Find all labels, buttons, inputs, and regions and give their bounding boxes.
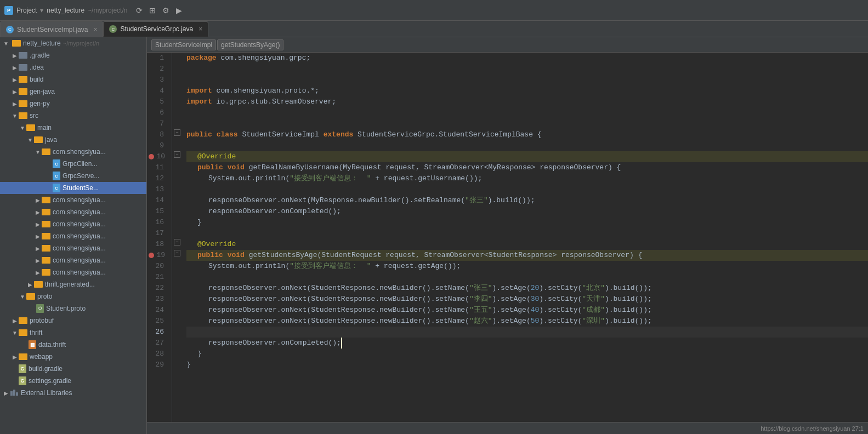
tab-close-1[interactable]: × <box>93 26 97 33</box>
layout-button[interactable]: ⊞ <box>147 5 158 16</box>
tab-student-service-impl[interactable]: C StudentServiceImpl.java × <box>0 21 103 37</box>
breadcrumb-class[interactable]: StudentServiceImpl <box>151 39 216 50</box>
sidebar-item-student-service-impl[interactable]: C StudentSe... <box>0 182 146 194</box>
settings-button[interactable]: ⚙ <box>160 5 171 16</box>
sidebar-item-student-proto[interactable]: ⬡ Student.proto <box>0 302 146 315</box>
code-line-14: responseObserver.onNext(MyResponse.newBu… <box>186 195 868 206</box>
com-shengsiyuan-folder-icon <box>42 149 50 155</box>
com-shengsiyuan-label: com.shengsiyua... <box>53 148 106 156</box>
build-gradle-icon: G <box>19 364 26 373</box>
sidebar-item-com2[interactable]: ▶ com.shengsiyua... <box>0 194 146 206</box>
protobuf-label: protobuf <box>30 317 54 324</box>
sidebar-item-gradle[interactable]: ▶ .gradle <box>0 49 146 61</box>
gradle-label: .gradle <box>30 52 50 59</box>
ext-lib-arrow: ▶ <box>2 389 10 397</box>
sidebar-item-protobuf[interactable]: ▶ protobuf <box>0 315 146 327</box>
ln-23: 23 <box>147 294 167 305</box>
sidebar-root[interactable]: ▼ netty_lecture ~/myproject/n <box>0 37 146 49</box>
project-label[interactable]: Project <box>16 7 37 14</box>
root-path: ~/myproject/n <box>63 40 99 47</box>
project-section: P Project ▾ netty_lecture ~/myproject/n <box>4 6 127 15</box>
code-line-8: public class StudentServiceImpl extends … <box>186 129 868 140</box>
run-button[interactable]: ▶ <box>173 5 184 16</box>
com8-folder-icon <box>42 269 50 276</box>
sidebar-item-java[interactable]: ▼ java <box>0 134 146 146</box>
main-arrow: ▼ <box>19 124 26 132</box>
sidebar-item-com7[interactable]: ▶ com.shengsiyua... <box>0 254 146 266</box>
ext-lib-icon <box>10 390 19 396</box>
ln-24: 24 <box>147 305 167 316</box>
sidebar-item-grpc-server[interactable]: C GrpcServe... <box>0 170 146 182</box>
sidebar-item-build-gradle[interactable]: G build.gradle <box>0 363 146 375</box>
tab-close-2[interactable]: × <box>198 25 202 33</box>
fold-19[interactable]: − <box>174 250 180 256</box>
sidebar-item-gen-py[interactable]: ▶ gen-py <box>0 98 146 110</box>
grpc-server-label: GrpcServe... <box>63 172 99 180</box>
sidebar-item-com6[interactable]: ▶ com.shengsiyua... <box>0 242 146 254</box>
root-folder-icon <box>12 40 21 47</box>
ln-1: 1 <box>147 53 167 64</box>
thrift-arrow: ▼ <box>11 329 19 336</box>
data-thrift-icon: ▦ <box>29 340 36 349</box>
code-line-26 <box>186 327 868 338</box>
sidebar[interactable]: ▼ netty_lecture ~/myproject/n ▶ .gradle … <box>0 37 147 434</box>
tab-student-service-grpc[interactable]: C StudentServiceGrpc.java × <box>103 21 208 37</box>
sidebar-item-build[interactable]: ▶ build <box>0 73 146 85</box>
sidebar-item-thrift-generated[interactable]: ▶ thrift.generated... <box>0 278 146 290</box>
toolbar-actions: ⟳ ⊞ ⚙ ▶ <box>134 5 184 16</box>
sidebar-item-src[interactable]: ▼ src <box>0 110 146 122</box>
grpc-server-icon: C <box>53 172 60 180</box>
gen-py-folder-icon <box>19 100 27 107</box>
sidebar-item-com8[interactable]: ▶ com.shengsiyua... <box>0 266 146 278</box>
gen-py-arrow: ▶ <box>11 100 19 107</box>
idea-label: .idea <box>30 64 44 71</box>
code-content-area[interactable]: 1 2 3 4 5 6 7 8 9 10 11 12 13 14 15 16 1… <box>147 53 868 422</box>
breadcrumb-method[interactable]: getStudentsByAge() <box>217 39 283 50</box>
sidebar-item-settings-gradle[interactable]: G settings.gradle <box>0 375 146 387</box>
ln-25: 25 <box>147 316 167 327</box>
code-line-19: public void getStudentsByAge(StudentRequ… <box>186 250 868 261</box>
fold-8[interactable]: − <box>174 129 180 136</box>
ln-13: 13 <box>147 184 167 195</box>
com-shengsiyuan-arrow: ▼ <box>34 148 42 156</box>
ln-20: 20 <box>147 261 167 272</box>
sidebar-item-gen-java[interactable]: ▶ gen-java <box>0 85 146 98</box>
fold-18[interactable]: − <box>174 239 180 245</box>
ln-27: 27 <box>147 338 167 349</box>
fold-10[interactable]: − <box>174 151 180 158</box>
sidebar-item-com5[interactable]: ▶ com.shengsiyua... <box>0 230 146 242</box>
com7-label: com.shengsiyua... <box>53 256 106 264</box>
code-line-25: responseObserver.onNext(StudentResponse.… <box>186 316 868 327</box>
sidebar-item-thrift[interactable]: ▼ thrift <box>0 327 146 339</box>
code-line-21 <box>186 272 868 283</box>
gradle-folder-icon <box>19 52 27 59</box>
grpc-server-arrow <box>45 172 53 180</box>
code-line-4: import com.shengsiyuan.proto.*; <box>186 85 868 96</box>
com8-arrow: ▶ <box>34 269 42 276</box>
sidebar-item-proto[interactable]: ▼ proto <box>0 290 146 302</box>
src-arrow: ▼ <box>11 112 19 119</box>
code-line-29: } <box>186 359 868 370</box>
ln-14: 14 <box>147 195 167 206</box>
idea-arrow: ▶ <box>11 64 19 71</box>
ln-19: 19 <box>147 250 167 261</box>
sidebar-item-com4[interactable]: ▶ com.shengsiyua... <box>0 218 146 230</box>
sidebar-item-com-shengsiyuan-main[interactable]: ▼ com.shengsiyua... <box>0 146 146 158</box>
gen-py-label: gen-py <box>30 100 50 107</box>
code-line-24: responseObserver.onNext(StudentResponse.… <box>186 305 868 316</box>
sync-button[interactable]: ⟳ <box>134 5 145 16</box>
sidebar-item-external-libraries[interactable]: ▶ External Libraries <box>0 387 146 399</box>
code-line-18: @Override <box>186 239 868 250</box>
sidebar-item-com3[interactable]: ▶ com.shengsiyua... <box>0 206 146 218</box>
sidebar-item-main[interactable]: ▼ main <box>0 122 146 134</box>
sidebar-item-idea[interactable]: ▶ .idea <box>0 61 146 73</box>
proto-arrow: ▼ <box>19 293 26 300</box>
sidebar-item-data-thrift[interactable]: ▦ data.thrift <box>0 339 146 351</box>
thrift-gen-arrow: ▶ <box>26 281 34 288</box>
sidebar-item-grpc-client[interactable]: C GrpcClien... <box>0 158 146 170</box>
ln-5: 5 <box>147 96 167 107</box>
code-line-23: responseObserver.onNext(StudentResponse.… <box>186 294 868 305</box>
code-line-27: responseObserver.onCompleted();| <box>186 338 868 349</box>
code-lines[interactable]: package com.shengsiyuan.grpc; import com… <box>182 53 868 422</box>
sidebar-item-webapp[interactable]: ▶ webapp <box>0 351 146 363</box>
